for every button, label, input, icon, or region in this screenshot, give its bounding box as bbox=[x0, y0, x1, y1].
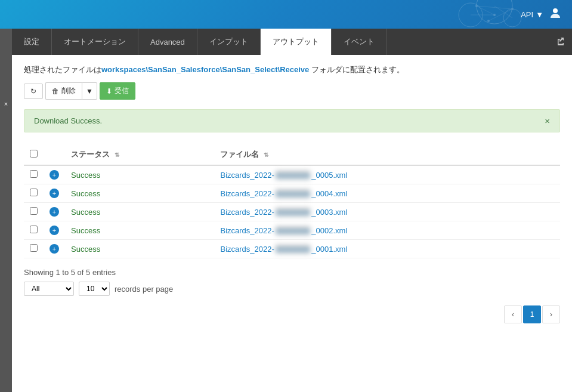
row-plus-icon[interactable]: + bbox=[50, 226, 59, 235]
filter-row: AllSuccessError 102550 records per page bbox=[24, 282, 560, 296]
delete-icon: 🗑 bbox=[52, 87, 59, 95]
row-checkbox[interactable] bbox=[30, 189, 38, 196]
row-checkbox-cell bbox=[24, 165, 44, 184]
row-checkbox-cell bbox=[24, 203, 44, 221]
refresh-icon: ↻ bbox=[30, 87, 36, 95]
top-header: API ▼ bbox=[0, 0, 572, 29]
row-checkbox[interactable] bbox=[30, 170, 38, 178]
row-plus-icon[interactable]: + bbox=[50, 189, 59, 198]
row-status: Success bbox=[65, 221, 214, 240]
status-value: Success bbox=[71, 226, 100, 235]
filename-link[interactable]: Bizcards_2022-xxxxxxxxx_0002.xml bbox=[220, 226, 347, 235]
toolbar: ↻ 🗑 削除 ▼ ⬇ 受信 bbox=[24, 82, 560, 100]
row-status: Success bbox=[65, 184, 214, 203]
row-checkbox[interactable] bbox=[30, 244, 38, 252]
content-area: 設定 オートメーション Advanced インプット アウトプット イベント bbox=[12, 29, 572, 392]
receive-icon: ⬇ bbox=[106, 87, 112, 95]
pagination-info: Showing 1 to 5 of 5 entries AllSuccessEr… bbox=[24, 268, 560, 296]
filename-link[interactable]: Bizcards_2022-xxxxxxxxx_0005.xml bbox=[220, 171, 347, 180]
status-sort-icon[interactable]: ⇅ bbox=[115, 152, 119, 158]
table-row: + Success Bizcards_2022-xxxxxxxxx_0002.x… bbox=[24, 221, 560, 240]
row-status: Success bbox=[65, 203, 214, 221]
pagination-controls: ‹ 1 › bbox=[24, 305, 560, 323]
table-row: + Success Bizcards_2022-xxxxxxxxx_0005.x… bbox=[24, 165, 560, 184]
alert-message: Download Success. bbox=[34, 116, 102, 125]
api-label: API bbox=[521, 10, 533, 19]
row-action-cell: + bbox=[44, 221, 65, 240]
dropdown-icon: ▼ bbox=[86, 87, 93, 95]
tab-event[interactable]: イベント bbox=[332, 29, 387, 55]
file-table: ステータス ⇅ ファイル名 ⇅ + Suc bbox=[24, 144, 560, 258]
records-per-page-label: records per page bbox=[115, 285, 173, 294]
row-status: Success bbox=[65, 165, 214, 184]
row-plus-icon[interactable]: + bbox=[50, 244, 59, 254]
showing-text: Showing 1 to 5 of 5 entries bbox=[24, 268, 116, 277]
tab-advanced[interactable]: Advanced bbox=[138, 29, 197, 55]
info-prefix: 処理されたファイルは bbox=[24, 65, 101, 74]
delete-btn-group: 🗑 削除 ▼ bbox=[45, 82, 97, 100]
header-actions: API ▼ bbox=[521, 6, 562, 23]
row-filename: Bizcards_2022-xxxxxxxxx_0005.xml bbox=[214, 165, 560, 184]
page-1-button[interactable]: 1 bbox=[523, 305, 541, 323]
filename-link[interactable]: Bizcards_2022-xxxxxxxxx_0001.xml bbox=[220, 245, 347, 254]
delete-button[interactable]: 🗑 削除 bbox=[45, 82, 82, 100]
row-plus-icon[interactable]: + bbox=[50, 170, 59, 180]
tab-output[interactable]: アウトプット bbox=[261, 29, 332, 55]
table-row: + Success Bizcards_2022-xxxxxxxxx_0003.x… bbox=[24, 203, 560, 221]
receive-button[interactable]: ⬇ 受信 bbox=[100, 82, 135, 100]
filename-link[interactable]: Bizcards_2022-xxxxxxxxx_0004.xml bbox=[220, 189, 347, 198]
row-action-cell: + bbox=[44, 184, 65, 203]
svg-point-7 bbox=[493, 14, 496, 16]
refresh-button[interactable]: ↻ bbox=[24, 84, 43, 99]
info-suffix: フォルダに配置されます。 bbox=[309, 65, 404, 74]
row-status: Success bbox=[65, 240, 214, 258]
row-checkbox[interactable] bbox=[30, 207, 38, 215]
info-path: workspaces\SanSan_Salesforce\SanSan_Sele… bbox=[101, 65, 309, 74]
header-filename: ファイル名 ⇅ bbox=[214, 144, 560, 165]
row-checkbox-cell bbox=[24, 221, 44, 240]
row-filename: Bizcards_2022-xxxxxxxxx_0003.xml bbox=[214, 203, 560, 221]
table-row: + Success Bizcards_2022-xxxxxxxxx_0001.x… bbox=[24, 240, 560, 258]
row-checkbox[interactable] bbox=[30, 226, 38, 233]
row-action-cell: + bbox=[44, 165, 65, 184]
delete-dropdown-button[interactable]: ▼ bbox=[82, 82, 97, 100]
next-page-button[interactable]: › bbox=[542, 305, 560, 323]
row-checkbox-cell bbox=[24, 184, 44, 203]
row-filename: Bizcards_2022-xxxxxxxxx_0002.xml bbox=[214, 221, 560, 240]
api-dropdown-icon: ▼ bbox=[536, 10, 543, 19]
prev-page-button[interactable]: ‹ bbox=[504, 305, 522, 323]
status-value: Success bbox=[71, 189, 100, 198]
success-alert: Download Success. × bbox=[24, 109, 560, 132]
status-value: Success bbox=[71, 208, 100, 217]
row-plus-icon[interactable]: + bbox=[50, 207, 59, 217]
prev-icon: ‹ bbox=[512, 310, 514, 319]
receive-label: 受信 bbox=[115, 86, 129, 96]
tab-settings[interactable]: 設定 bbox=[12, 29, 52, 55]
api-button[interactable]: API ▼ bbox=[521, 10, 543, 19]
row-action-cell: + bbox=[44, 240, 65, 258]
filter-select[interactable]: AllSuccessError bbox=[24, 282, 74, 296]
user-icon bbox=[548, 6, 562, 20]
sidebar-toggle-icon: × bbox=[2, 100, 10, 107]
sidebar-toggle[interactable]: × bbox=[0, 29, 12, 392]
status-value: Success bbox=[71, 171, 100, 180]
delete-label: 削除 bbox=[61, 86, 76, 96]
page-1-label: 1 bbox=[530, 310, 534, 319]
select-all-checkbox[interactable] bbox=[30, 150, 38, 158]
external-link-button[interactable] bbox=[549, 29, 572, 55]
filename-sort-icon[interactable]: ⇅ bbox=[264, 152, 268, 158]
per-page-select[interactable]: 102550 bbox=[79, 282, 110, 296]
table-row: + Success Bizcards_2022-xxxxxxxxx_0004.x… bbox=[24, 184, 560, 203]
table-header-row: ステータス ⇅ ファイル名 ⇅ bbox=[24, 144, 560, 165]
info-text: 処理されたファイルはworkspaces\SanSan_Salesforce\S… bbox=[24, 64, 560, 75]
user-icon-button[interactable] bbox=[548, 6, 562, 23]
tab-bar: 設定 オートメーション Advanced インプット アウトプット イベント bbox=[12, 29, 572, 55]
filename-link[interactable]: Bizcards_2022-xxxxxxxxx_0003.xml bbox=[220, 208, 347, 217]
next-icon: › bbox=[550, 310, 552, 319]
row-filename: Bizcards_2022-xxxxxxxxx_0004.xml bbox=[214, 184, 560, 203]
alert-close-button[interactable]: × bbox=[545, 116, 550, 126]
header-action-cell bbox=[44, 144, 65, 165]
tab-automation[interactable]: オートメーション bbox=[52, 29, 138, 55]
main-wrapper: × 設定 オートメーション Advanced インプット アウトプット イベント bbox=[0, 29, 572, 392]
tab-input[interactable]: インプット bbox=[197, 29, 261, 55]
